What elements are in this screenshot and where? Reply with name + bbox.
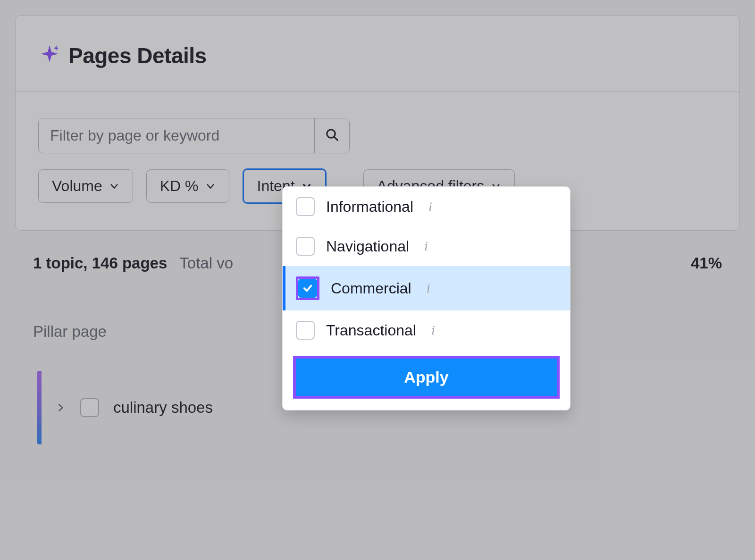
chevron-right-icon[interactable] (56, 402, 66, 413)
intent-option-commercial[interactable]: Commerciali (283, 266, 570, 310)
intent-option-transactional[interactable]: Transactionali (283, 310, 570, 350)
filter-input-group (38, 118, 350, 153)
search-icon (325, 128, 339, 143)
row-accent-bar (37, 371, 42, 444)
chevron-down-icon (205, 181, 216, 192)
panel-header: Pages Details (16, 16, 739, 92)
checkbox-checked[interactable] (298, 279, 317, 298)
search-button[interactable] (314, 118, 349, 153)
intent-option-label: Transactional (326, 322, 416, 339)
volume-filter[interactable]: Volume (38, 169, 133, 203)
intent-option-label: Navigational (326, 238, 409, 255)
topics-pages-count: 1 topic, 146 pages (33, 254, 167, 272)
sparkle-icon (38, 43, 61, 68)
apply-highlight: Apply (293, 356, 560, 399)
apply-button[interactable]: Apply (296, 359, 557, 396)
chip-label: KD % (160, 177, 199, 195)
info-icon[interactable]: i (424, 239, 428, 254)
intent-option-label: Commercial (331, 280, 411, 297)
kd-filter[interactable]: KD % (146, 169, 229, 203)
info-icon[interactable]: i (427, 281, 430, 296)
checkbox-unchecked[interactable] (296, 237, 315, 256)
checkbox-unchecked[interactable] (296, 321, 315, 340)
info-icon[interactable]: i (428, 199, 432, 214)
chevron-down-icon (109, 181, 119, 192)
info-icon[interactable]: i (431, 323, 435, 338)
intent-dropdown: InformationaliNavigationaliCommercialiTr… (282, 186, 570, 410)
filter-input[interactable] (39, 118, 314, 153)
intent-option-navigational[interactable]: Navigationali (283, 226, 570, 266)
keyword-text: culinary shoes (113, 399, 213, 417)
chip-label: Volume (52, 177, 102, 195)
summary-right-value: 41% (691, 254, 722, 272)
checkbox-unchecked[interactable] (296, 197, 315, 216)
page-title: Pages Details (68, 43, 207, 68)
row-checkbox[interactable] (80, 398, 99, 417)
intent-option-label: Informational (326, 198, 413, 216)
intent-option-informational[interactable]: Informationali (283, 187, 570, 226)
total-volume-label: Total vo (179, 254, 233, 272)
svg-line-1 (334, 137, 337, 140)
checkbox-highlight (296, 276, 319, 300)
